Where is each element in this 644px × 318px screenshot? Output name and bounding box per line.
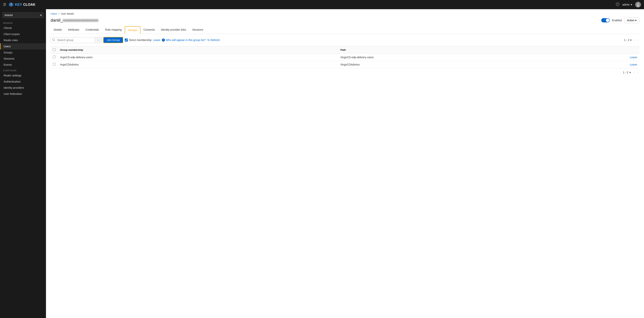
enabled-toggle[interactable] [601, 18, 610, 22]
realm-name: shared [4, 14, 13, 17]
row2-select-cell [50, 61, 58, 68]
main-content: Users > User details daniil_●●●●●●●●●●●●… [46, 9, 644, 318]
groups-table-wrap: Group membership Path [50, 46, 640, 68]
sidebar-item-client-scopes-label: Client scopes [4, 32, 20, 36]
tab-groups[interactable]: Groups [125, 26, 140, 34]
bottom-pagination-prev[interactable]: ‹ [632, 70, 635, 74]
info-icon: ? [162, 38, 165, 42]
row2-checkbox[interactable] [53, 63, 56, 66]
sidebar-item-groups-label: Groups [4, 51, 12, 54]
help-icon[interactable]: ? [616, 2, 619, 7]
page-title: daniil_●●●●●●●●●●●●●● [50, 18, 98, 23]
who-appears-container[interactable]: ? Who will appear in this group list? [162, 38, 206, 42]
row1-checkbox[interactable] [53, 56, 56, 58]
groups-table: Group membership Path [50, 46, 640, 68]
row1-path-cell: /ArgoCD-edp-delivery-users [338, 54, 624, 61]
refresh-icon: ↻ [207, 38, 210, 42]
table-row: ArgoCD-edp-delivery-users /ArgoCD-edp-de… [50, 54, 640, 61]
sidebar-item-clients[interactable]: Clients [0, 25, 46, 31]
sidebar-item-user-federation-label: User federation [4, 92, 22, 96]
sidebar-item-sessions-label: Sessions [4, 57, 14, 60]
realm-selector[interactable]: shared ▾ [2, 12, 44, 18]
svg-point-2 [10, 4, 12, 5]
join-group-button[interactable]: Join Group [103, 37, 123, 43]
sidebar-item-user-federation[interactable]: User federation [0, 91, 46, 97]
action-label: Action [627, 19, 634, 22]
sidebar-item-groups[interactable]: Groups [0, 50, 46, 56]
leave-link[interactable]: Leave [153, 38, 160, 42]
action-button[interactable]: Action ▾ [624, 18, 640, 23]
tab-sessions[interactable]: Sessions [189, 26, 206, 34]
row2-group-membership-cell: ArgoCDAdmins [58, 61, 338, 68]
sidebar-item-realm-roles[interactable]: Realm roles [0, 37, 46, 43]
topnav-left: ☰ KEYCLOAK [3, 2, 36, 7]
toolbar: → Join Group Direct membership Leave ? W… [50, 37, 640, 43]
search-group-container: → [50, 37, 102, 43]
configure-section-label: Configure [0, 68, 46, 72]
topnav: ☰ KEYCLOAK ? admin ▾ [0, 0, 644, 9]
select-all-checkbox[interactable] [53, 48, 56, 51]
table-row: ArgoCDAdmins /ArgoCDAdmins Leave [50, 61, 640, 68]
page-title-prefix: daniil_ [50, 18, 63, 22]
top-pagination-label: 1 - 2 [624, 38, 630, 42]
top-pagination: 1 - 2 ▾ ‹ › [624, 38, 640, 42]
tab-attributes[interactable]: Attributes [65, 26, 82, 34]
header-actions: Enabled Action ▾ [601, 18, 640, 23]
svg-point-7 [637, 3, 639, 5]
tab-details[interactable]: Details [50, 26, 65, 34]
col-header-select [50, 46, 58, 54]
sidebar-item-events[interactable]: Events [0, 62, 46, 68]
user-menu[interactable]: admin ▾ [622, 3, 632, 6]
action-dropdown-icon: ▾ [635, 19, 636, 22]
search-arrow-button[interactable]: → [95, 37, 102, 43]
avatar[interactable] [635, 2, 641, 8]
tab-consents[interactable]: Consents [140, 26, 158, 34]
row1-group-membership-cell: ArgoCD-edp-delivery-users [58, 54, 338, 61]
sidebar-item-sessions[interactable]: Sessions [0, 56, 46, 62]
sidebar-item-client-scopes[interactable]: Client scopes [0, 31, 46, 37]
search-input[interactable] [56, 37, 95, 43]
tabs: Details Attributes Credentials Role mapp… [50, 26, 640, 34]
table-body: ArgoCD-edp-delivery-users /ArgoCD-edp-de… [50, 54, 640, 68]
row1-action-cell: Leave [624, 54, 640, 61]
sidebar-item-authentication-label: Authentication [4, 80, 21, 83]
refresh-button[interactable]: ↻ Refresh [207, 38, 220, 42]
breadcrumb-users-link[interactable]: Users [50, 12, 57, 15]
direct-membership-checkbox[interactable] [125, 38, 128, 42]
top-pagination-prev[interactable]: ‹ [632, 38, 636, 42]
sidebar-item-clients-label: Clients [4, 26, 12, 30]
table-header-row: Group membership Path [50, 46, 640, 54]
col-header-path: Path [338, 46, 624, 54]
logo: KEYCLOAK [8, 2, 36, 7]
row2-leave-action[interactable]: Leave [630, 63, 637, 66]
row1-leave-action[interactable]: Leave [630, 56, 637, 59]
bottom-pagination-dropdown-icon[interactable]: ▾ [630, 71, 631, 74]
row1-select-cell [50, 54, 58, 61]
col-header-group-membership: Group membership [58, 46, 338, 54]
page-header: daniil_●●●●●●●●●●●●●● Enabled Action ▾ [50, 18, 640, 23]
svg-rect-3 [11, 3, 11, 4]
sidebar-item-identity-providers-label: Identity providers [4, 86, 24, 89]
sidebar-item-realm-settings-label: Realm settings [4, 74, 22, 77]
tab-identity-provider-links[interactable]: Identity provider links [158, 26, 189, 34]
svg-point-8 [637, 5, 639, 7]
top-pagination-dropdown-icon[interactable]: ▾ [630, 38, 632, 42]
bottom-pagination-label: 1 - 2 [623, 71, 628, 74]
who-appears-label: Who will appear in this group list? [166, 38, 206, 42]
tab-credentials[interactable]: Credentials [82, 26, 102, 34]
sidebar-item-users[interactable]: Users [0, 43, 46, 50]
sidebar-item-users-label: Users [4, 45, 11, 48]
enabled-label: Enabled [612, 19, 622, 22]
sidebar-item-authentication[interactable]: Authentication [0, 78, 46, 85]
app-body: shared ▾ Manage Clients Client scopes Re… [0, 9, 644, 318]
sidebar-item-events-label: Events [4, 63, 12, 66]
top-pagination-next[interactable]: › [636, 38, 640, 42]
sidebar-item-identity-providers[interactable]: Identity providers [0, 85, 46, 91]
table-header: Group membership Path [50, 46, 640, 54]
hamburger-icon[interactable]: ☰ [3, 2, 6, 7]
bottom-pagination-next[interactable]: › [636, 70, 640, 74]
sidebar-item-realm-roles-label: Realm roles [4, 39, 18, 42]
sidebar: shared ▾ Manage Clients Client scopes Re… [0, 9, 46, 318]
tab-role-mapping[interactable]: Role mapping [102, 26, 125, 34]
sidebar-item-realm-settings[interactable]: Realm settings [0, 72, 46, 78]
